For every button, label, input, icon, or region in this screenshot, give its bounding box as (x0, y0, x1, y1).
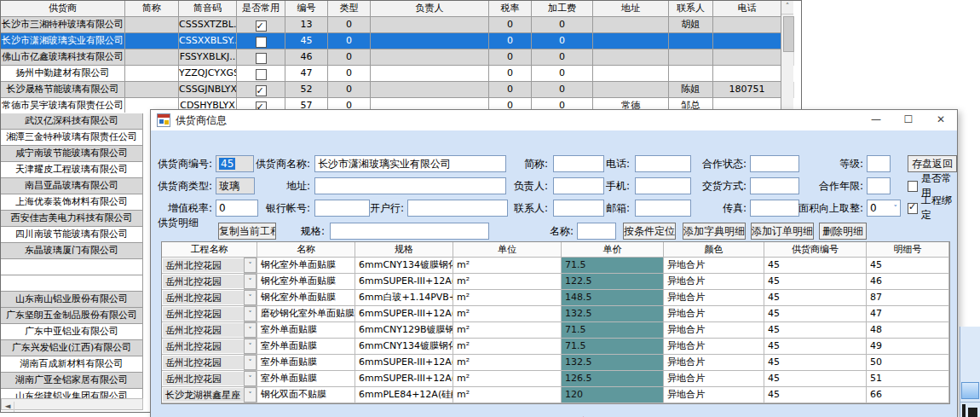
supplier-name-input[interactable]: 长沙市潇湘玻璃实业有限公司 (314, 155, 506, 172)
color-cell[interactable]: 异地合片 (664, 306, 764, 322)
grid-row[interactable]: 岳州北控花园˅钢化室外单面贴膜6mmCNY134镀膜钢化m²71.5异地合片45… (162, 258, 949, 274)
detail-no-cell[interactable]: 66 (867, 387, 949, 403)
spec-cell[interactable]: 6mm白玻+1.14PVB+6mm... (355, 290, 453, 306)
bank-account-input[interactable] (314, 200, 370, 217)
price-cell[interactable]: 126.5 (562, 371, 664, 387)
grid-column-header[interactable]: 工程名称 (162, 242, 257, 258)
list-item[interactable]: 武汉亿深科技有限公司 (1, 113, 143, 130)
project-name-combo[interactable]: 岳州北控花园˅ (162, 322, 257, 339)
unit-cell[interactable]: m² (453, 290, 562, 306)
name-cell[interactable]: 钢化双面不贴膜 (257, 387, 355, 403)
unit-cell[interactable]: m² (453, 306, 562, 322)
list-item[interactable]: 四川南玻节能玻璃有限公司 (1, 227, 143, 243)
supplier-table-vscrollbar[interactable]: ˄ (781, 1, 793, 112)
common-use-checkbox[interactable]: 是否常用 (908, 177, 957, 194)
spec-cell[interactable]: 6mmSUPER-III+12A(硅... (355, 355, 453, 371)
list-item[interactable]: 广东中亚铝业有限公司 (1, 324, 143, 340)
chevron-down-icon[interactable]: ˅ (244, 387, 257, 403)
column-header-fee[interactable]: 加工费 (532, 1, 593, 17)
list-item[interactable]: 山东南山铝业股份有限公司 (1, 292, 143, 308)
table-row[interactable]: 佛山市亿鑫玻璃科技有限公司FSSYXBLKJ..46000 (1, 49, 794, 66)
common-use-checkbox-icon[interactable] (256, 20, 267, 32)
supplier-no-cell[interactable]: 45 (764, 371, 867, 387)
chevron-down-icon[interactable]: ˅ (244, 290, 257, 305)
column-header-phone[interactable]: 电话 (713, 1, 781, 17)
color-cell[interactable]: 异地合片 (664, 290, 764, 306)
color-cell[interactable]: 异地合片 (664, 339, 764, 355)
supplier-no-cell[interactable]: 45 (764, 290, 867, 306)
list-item[interactable]: 咸宁南玻节能玻璃有限公司 (1, 146, 143, 162)
supplier-no-cell[interactable]: 45 (764, 355, 867, 371)
price-cell[interactable]: 132.5 (562, 306, 664, 322)
coop-status-input[interactable] (750, 155, 799, 172)
supplier-no-input[interactable]: 45 (216, 155, 254, 172)
color-cell[interactable]: 异地合片 (664, 258, 764, 274)
name-cell[interactable]: 室外单面贴膜 (257, 355, 355, 371)
column-header-code[interactable]: 简音码 (179, 1, 237, 17)
list-item[interactable] (1, 259, 143, 275)
minimize-icon[interactable]: — (860, 110, 892, 130)
name-cell[interactable]: 磨砂钢化室外单面贴膜 (257, 306, 355, 322)
name-cell[interactable]: 钢化室外单面贴膜 (257, 258, 355, 274)
grid-row[interactable]: 岳州北控花园˅磨砂钢化室外单面贴膜6mmSUPER-III+12A(硅...m²… (162, 306, 949, 322)
unit-cell[interactable]: m² (453, 371, 562, 387)
name-cell[interactable]: 钢化室外单面贴膜 (257, 274, 355, 290)
price-cell[interactable]: 71.5 (562, 339, 664, 355)
table-row[interactable]: 长沙晟格节能玻璃有限公司CSSGJNBLYXGS52000陈姐180751 (1, 82, 794, 98)
close-icon[interactable]: ✕ (925, 110, 957, 130)
project-name-combo[interactable]: 岳州北控花园˅ (162, 306, 257, 322)
dialog-titlebar[interactable]: 供货商信息 — ☐ ✕ (151, 110, 957, 130)
list-item[interactable]: 湖南百成新材料有限公司 (1, 356, 143, 373)
list-item[interactable]: 湘潭三金特种玻璃有限责任公司 (1, 130, 143, 146)
color-cell[interactable]: 异地合片 (664, 322, 764, 339)
list-item[interactable]: 南昌亚晶玻璃有限公司 (1, 178, 143, 194)
project-name-combo[interactable]: 岳州北控花园˅ (162, 355, 257, 371)
price-cell[interactable]: 122.5 (562, 274, 664, 290)
address-input[interactable] (314, 177, 506, 194)
bank-name-input[interactable] (407, 200, 508, 217)
grid-column-header[interactable]: 规格 (355, 242, 453, 258)
grid-column-header[interactable]: 单位 (453, 242, 562, 258)
detail-no-cell[interactable]: 49 (867, 339, 949, 355)
grid-row[interactable]: 岳州北控花园˅室外单面贴膜6mmSUPER-III+12A(硅...m²126.… (162, 371, 949, 387)
supplier-no-cell[interactable]: 45 (764, 274, 867, 290)
column-header-common[interactable]: 是否常用 (237, 1, 285, 17)
column-header-supplier[interactable]: 供货商 (1, 1, 125, 17)
common-use-checkbox-icon[interactable] (256, 69, 267, 80)
table-row[interactable]: 扬州中勤建材有限公司YZZQJCYXGS47000 (1, 66, 794, 82)
common-use-checkbox-icon[interactable] (256, 85, 267, 96)
supplier-no-cell[interactable]: 45 (764, 387, 867, 403)
spec-filter-input[interactable] (330, 223, 489, 240)
chevron-down-icon[interactable]: ˅ (244, 355, 257, 370)
column-header-contact[interactable]: 联系人 (669, 1, 713, 17)
column-header-tax[interactable]: 税率 (489, 1, 532, 17)
list-item[interactable]: 山东华建铝业集团有限公司 (1, 389, 143, 398)
detail-no-cell[interactable]: 46 (867, 274, 949, 290)
add-dict-detail-button[interactable]: 添加字典明细 (683, 223, 746, 240)
unit-cell[interactable]: m² (453, 258, 562, 274)
list-item[interactable]: 东晶玻璃厦门有限公司 (1, 243, 143, 259)
project-name-combo[interactable]: 岳州北控花园˅ (162, 339, 257, 355)
list-item[interactable]: 西安佳吉美电力科技有限公司 (1, 211, 143, 227)
spec-cell[interactable]: 6mmSUPER-III+12A(硅... (355, 274, 453, 290)
price-cell[interactable]: 71.5 (562, 322, 664, 339)
color-cell[interactable]: 异地合片 (664, 371, 764, 387)
name-cell[interactable]: 室外单面贴膜 (257, 322, 355, 339)
manager-input[interactable] (553, 177, 604, 194)
grid-row[interactable]: 岳州北控花园˅钢化室外单面贴膜6mmSUPER-III+12A(硅...m²12… (162, 274, 949, 290)
locate-by-condition-button[interactable]: 按条件定位 (623, 223, 676, 240)
grid-column-header[interactable]: 明细号 (867, 242, 949, 258)
grid-row[interactable]: 岳州北控花园˅室外单面贴膜6mmCNY134镀膜钢化m²71.5异地合片4549 (162, 339, 949, 355)
project-name-combo[interactable]: 岳州北控花园˅ (162, 371, 257, 387)
spec-cell[interactable]: 6mmSUPER-III+12A(硅... (355, 306, 453, 322)
list-item[interactable]: 广东坚朗五金制品股份有限公司 (1, 308, 143, 324)
delete-detail-button[interactable]: 删除明细 (819, 223, 867, 240)
project-binding-checkbox[interactable]: 工程绑定 (908, 200, 957, 217)
supplier-no-cell[interactable]: 45 (764, 306, 867, 322)
detail-no-cell[interactable]: 87 (867, 290, 949, 306)
chevron-down-icon[interactable]: ˅ (244, 306, 257, 321)
unit-cell[interactable]: m² (453, 322, 562, 339)
supplier-no-cell[interactable]: 45 (764, 339, 867, 355)
vat-rate-input[interactable]: 0 (216, 200, 258, 217)
area-roundup-select[interactable]: 0 ˅ (867, 200, 901, 217)
